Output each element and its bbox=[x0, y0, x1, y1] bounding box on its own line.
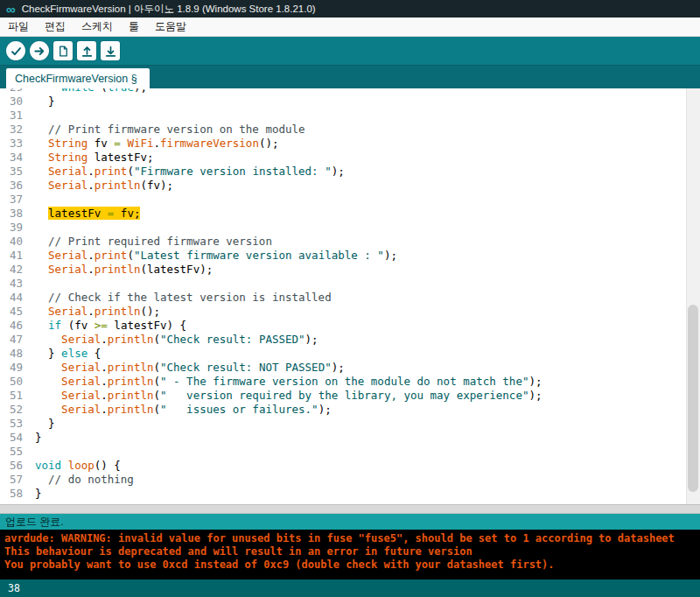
line-number: 47 bbox=[0, 333, 23, 347]
code-line-49: 49 Serial.println("Check result: NOT PAS… bbox=[0, 361, 700, 375]
code-line-51: 51 Serial.println(" version required by … bbox=[0, 389, 700, 403]
code-line-36: 36 Serial.println(fv); bbox=[0, 179, 700, 193]
arrow-up-icon bbox=[80, 45, 94, 58]
line-number: 33 bbox=[0, 137, 23, 151]
menu-sketch[interactable]: 스케치 bbox=[74, 18, 121, 36]
code-line-52: 52 Serial.println(" issues or failures."… bbox=[0, 403, 700, 417]
scrollbar-thumb[interactable] bbox=[688, 305, 698, 492]
open-button[interactable] bbox=[77, 41, 96, 60]
line-code: // Print required firmware version bbox=[23, 235, 272, 249]
verify-button[interactable] bbox=[6, 41, 25, 60]
tab-checkfirmwareversion[interactable]: CheckFirmwareVersion § bbox=[6, 68, 150, 88]
code-line-47: 47 Serial.println("Check result: PASSED"… bbox=[0, 333, 700, 347]
line-code bbox=[23, 277, 35, 291]
new-sketch-button[interactable] bbox=[53, 41, 73, 60]
line-number: 46 bbox=[0, 319, 23, 333]
line-number: 37 bbox=[0, 193, 23, 207]
line-code: void loop() { bbox=[23, 459, 121, 473]
line-number: 53 bbox=[0, 417, 23, 431]
status-message: 업로드 완료. bbox=[5, 515, 64, 530]
line-number: 58 bbox=[0, 487, 23, 501]
footer-bar: 38 bbox=[0, 579, 700, 597]
check-icon bbox=[10, 45, 23, 58]
title-bar: ∞ CheckFirmwareVersion | 아두이노 1.8.9 (Win… bbox=[0, 0, 700, 18]
save-button[interactable] bbox=[101, 41, 120, 60]
menu-file[interactable]: 파일 bbox=[0, 18, 37, 36]
code-line-35: 35 Serial.print("Firmware version instal… bbox=[0, 165, 700, 179]
window-title: CheckFirmwareVersion | 아두이노 1.8.9 (Windo… bbox=[22, 3, 316, 16]
code-line-42: 42 Serial.println(latestFv); bbox=[0, 263, 700, 277]
code-line-30: 30 } bbox=[0, 95, 700, 109]
line-code: // Check if the latest version is instal… bbox=[23, 291, 332, 305]
code-line-29: 29 while (true); bbox=[0, 88, 700, 95]
code-line-32: 32 // Print firmware version on the modu… bbox=[0, 123, 700, 137]
line-number: 35 bbox=[0, 165, 23, 179]
line-code: } bbox=[23, 95, 55, 109]
line-code bbox=[23, 109, 35, 123]
line-code: } bbox=[23, 417, 55, 431]
line-number: 32 bbox=[0, 123, 23, 137]
line-number: 41 bbox=[0, 249, 23, 263]
code-area: 29 while (true);30 }3132 // Print firmwa… bbox=[0, 88, 700, 501]
line-code: Serial.println(); bbox=[23, 305, 160, 319]
code-line-45: 45 Serial.println(); bbox=[0, 305, 700, 319]
code-line-54: 54} bbox=[0, 431, 700, 445]
line-number: 30 bbox=[0, 95, 23, 109]
line-code: // do nothing bbox=[23, 473, 134, 487]
line-code: Serial.println(" issues or failures."); bbox=[23, 403, 332, 417]
console-splitter[interactable] bbox=[0, 504, 700, 514]
line-number: 31 bbox=[0, 109, 23, 123]
menu-edit[interactable]: 편집 bbox=[37, 18, 74, 36]
line-number: 48 bbox=[0, 347, 23, 361]
line-number: 36 bbox=[0, 179, 23, 193]
menu-bar: 파일편집스케치툴도움말 bbox=[0, 18, 700, 37]
toolbar bbox=[0, 37, 700, 65]
line-code: Serial.println(" version required by the… bbox=[23, 389, 542, 403]
line-code bbox=[23, 221, 35, 235]
line-code bbox=[23, 445, 35, 459]
code-line-58: 58} bbox=[0, 487, 700, 501]
line-number: 44 bbox=[0, 291, 23, 305]
line-code: Serial.println("Check result: PASSED"); bbox=[23, 333, 318, 347]
line-number: 40 bbox=[0, 235, 23, 249]
menu-tools[interactable]: 툴 bbox=[121, 18, 147, 36]
line-code: String fv = WiFi.firmwareVersion(); bbox=[23, 137, 279, 151]
code-line-48: 48 } else { bbox=[0, 347, 700, 361]
menu-help[interactable]: 도움말 bbox=[147, 18, 194, 36]
line-code: String latestFv; bbox=[23, 151, 153, 165]
code-line-43: 43 bbox=[0, 277, 700, 291]
code-line-41: 41 Serial.print("Latest firmware version… bbox=[0, 249, 700, 263]
tab-strip: CheckFirmwareVersion § bbox=[0, 65, 700, 88]
line-code: } bbox=[23, 487, 42, 501]
line-code: while (true); bbox=[23, 88, 147, 95]
arrow-right-icon bbox=[33, 45, 46, 58]
line-number: 54 bbox=[0, 431, 23, 445]
code-line-34: 34 String latestFv; bbox=[0, 151, 700, 165]
current-line-indicator: 38 bbox=[8, 582, 20, 594]
console-line: This behaviour is deprecated and will re… bbox=[4, 545, 696, 558]
console-line: avrdude: WARNING: invalid value for unus… bbox=[4, 532, 696, 545]
line-number: 39 bbox=[0, 221, 23, 235]
line-number: 43 bbox=[0, 277, 23, 291]
code-line-53: 53 } bbox=[0, 417, 700, 431]
arduino-logo-icon: ∞ bbox=[6, 3, 16, 16]
line-code: Serial.println("Check result: NOT PASSED… bbox=[23, 361, 345, 375]
line-code: Serial.print("Latest firmware version av… bbox=[23, 249, 397, 263]
line-code bbox=[23, 193, 35, 207]
line-code: } else { bbox=[23, 347, 101, 361]
line-number: 52 bbox=[0, 403, 23, 417]
line-code: Serial.println(latestFv); bbox=[23, 263, 213, 277]
code-line-39: 39 bbox=[0, 221, 700, 235]
line-code: } bbox=[23, 431, 42, 445]
editor-scrollbar[interactable] bbox=[686, 88, 700, 504]
code-line-44: 44 // Check if the latest version is ins… bbox=[0, 291, 700, 305]
line-number: 29 bbox=[0, 88, 23, 95]
code-editor[interactable]: 29 while (true);30 }3132 // Print firmwa… bbox=[0, 88, 700, 504]
upload-button[interactable] bbox=[30, 41, 49, 60]
line-number: 55 bbox=[0, 445, 23, 459]
code-line-56: 56void loop() { bbox=[0, 459, 700, 473]
line-number: 34 bbox=[0, 151, 23, 165]
console-output: avrdude: WARNING: invalid value for unus… bbox=[0, 530, 700, 579]
arrow-down-icon bbox=[104, 45, 117, 58]
line-number: 38 bbox=[0, 207, 23, 221]
